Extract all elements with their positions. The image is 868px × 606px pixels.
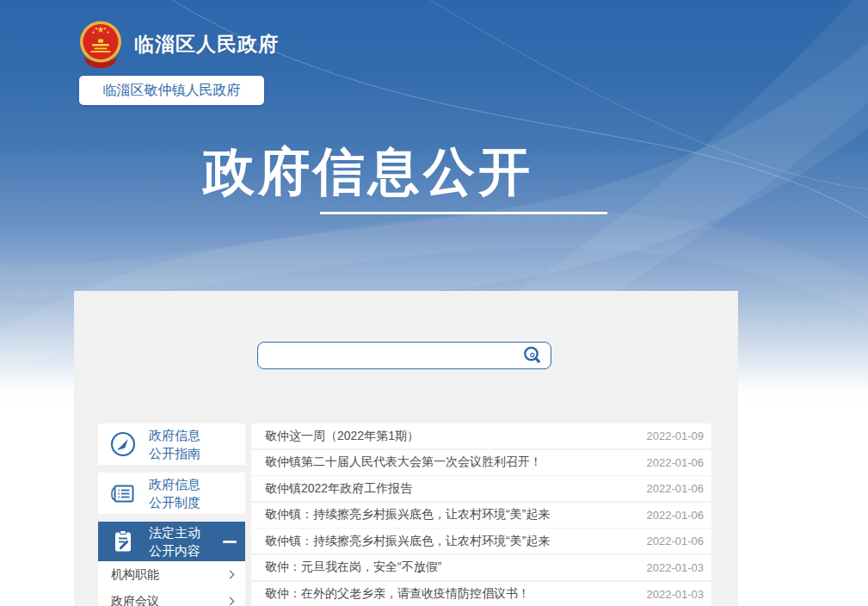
- sidebar-item-label: 政府信息 公开制度: [149, 475, 200, 511]
- news-item-title[interactable]: 敬仲：元旦我在岗，安全“不放假”: [265, 560, 441, 575]
- site-logo-link[interactable]: 临淄区人民政府: [76, 19, 279, 69]
- news-item-date: 2022-01-09: [647, 430, 705, 442]
- submenu-item[interactable]: 机构职能: [98, 561, 245, 588]
- town-gov-button[interactable]: 临淄区敬仲镇人民政府: [79, 76, 264, 105]
- submenu-item[interactable]: 政府会议: [98, 588, 245, 606]
- search-box: [257, 342, 551, 369]
- compass-icon: [108, 430, 138, 459]
- news-item-title[interactable]: 敬仲这一周（2022年第1期）: [265, 429, 419, 444]
- search-input[interactable]: [258, 343, 514, 368]
- news-list-item[interactable]: 敬仲：在外的父老乡亲，请查收疫情防控倡议书！ 2022-01-03: [251, 582, 711, 606]
- news-item-date: 2022-01-06: [647, 456, 705, 469]
- news-list-item[interactable]: 敬仲：元旦我在岗，安全“不放假” 2022-01-03: [251, 555, 711, 580]
- search-magnifier-icon: [521, 344, 544, 367]
- news-item-date: 2022-01-03: [647, 588, 705, 601]
- sidebar-item-guide[interactable]: 政府信息 公开指南: [98, 424, 245, 465]
- sidebar-submenu: 机构职能 政府会议: [98, 561, 245, 606]
- chevron-right-icon: [226, 571, 235, 579]
- news-list-item[interactable]: 敬仲镇第二十届人民代表大会第一次会议胜利召开！ 2022-01-06: [251, 450, 711, 475]
- news-list-item[interactable]: 敬仲镇：持续擦亮乡村振兴底色，让农村环境“美”起来 2022-01-06: [251, 529, 711, 553]
- site-title: 临淄区人民政府: [134, 31, 279, 58]
- news-item-title[interactable]: 敬仲镇：持续擦亮乡村振兴底色，让农村环境“美”起来: [265, 507, 550, 523]
- news-item-title[interactable]: 敬仲：在外的父老乡亲，请查收疫情防控倡议书！: [265, 586, 530, 602]
- news-item-date: 2022-01-06: [647, 535, 705, 547]
- news-list-item[interactable]: 敬仲这一周（2022年第1期） 2022-01-09: [251, 424, 711, 448]
- news-item-date: 2022-01-06: [647, 482, 705, 495]
- news-item-date: 2022-01-03: [647, 561, 705, 574]
- news-item-title[interactable]: 敬仲镇：持续擦亮乡村振兴底色，让农村环境“美”起来: [265, 534, 550, 549]
- search-button[interactable]: [514, 343, 551, 368]
- news-item-title[interactable]: 敬仲镇第二十届人民代表大会第一次会议胜利召开！: [265, 454, 542, 470]
- news-item-title[interactable]: 敬仲镇2022年政府工作报告: [265, 481, 412, 497]
- news-list-item[interactable]: 敬仲镇2022年政府工作报告 2022-01-06: [251, 476, 711, 501]
- news-item-date: 2022-01-06: [647, 509, 705, 522]
- sidebar-item-label: 政府信息 公开指南: [149, 426, 200, 462]
- submenu-item-label: 政府会议: [111, 594, 159, 606]
- sidebar-nav: 政府信息 公开指南 政府信息 公开制度: [98, 424, 245, 606]
- sidebar-item-label: 法定主动 公开内容: [149, 523, 200, 560]
- chevron-right-icon: [226, 597, 235, 606]
- news-list: 敬仲这一周（2022年第1期） 2022-01-09 敬仲镇第二十届人民代表大会…: [251, 424, 711, 606]
- clipboard-pen-icon: [108, 527, 138, 556]
- news-list-item[interactable]: 敬仲镇：持续擦亮乡村振兴底色，让农村环境“美”起来 2022-01-06: [251, 503, 711, 528]
- content-panel: 政府信息 公开指南 政府信息 公开制度: [74, 291, 738, 606]
- page-title: 政府信息公开: [76, 138, 661, 207]
- rulebook-icon: [108, 479, 138, 508]
- sidebar-item-statutory-disclosure[interactable]: 法定主动 公开内容: [98, 522, 245, 561]
- sidebar-item-rules[interactable]: 政府信息 公开制度: [98, 473, 245, 514]
- title-underline: [320, 212, 607, 214]
- collapse-minus-icon[interactable]: [223, 541, 237, 543]
- national-emblem-icon: [76, 19, 126, 69]
- submenu-item-label: 机构职能: [111, 567, 159, 583]
